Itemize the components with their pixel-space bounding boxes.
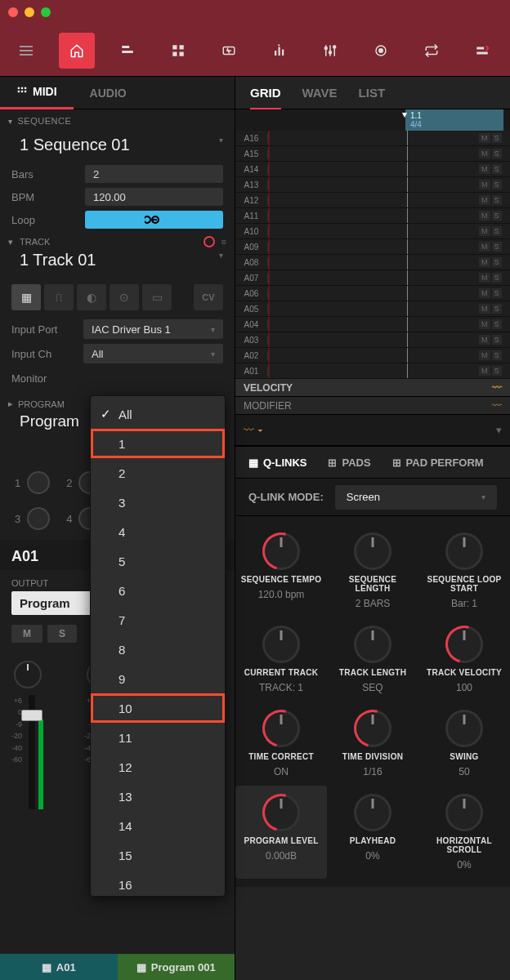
grid-row[interactable]: A07MS (235, 270, 510, 286)
grid-row[interactable]: A11MS (235, 208, 510, 224)
mute-cell[interactable]: M (479, 304, 490, 314)
home-button[interactable] (59, 33, 95, 69)
input-ch-select[interactable]: All▾ (83, 344, 223, 363)
tab-wave[interactable]: WAVE (302, 86, 338, 100)
qlink-knob-cell[interactable]: PLAYHEAD0% (327, 786, 418, 879)
tab-pads[interactable]: ⊞ PADS (328, 457, 370, 469)
close-window-button[interactable] (8, 7, 18, 17)
mute-cell[interactable]: M (479, 211, 490, 220)
grid-row[interactable]: A12MS (235, 193, 510, 208)
knob-icon[interactable] (354, 532, 391, 570)
dropdown-item[interactable]: 4 (91, 517, 225, 546)
dropdown-item[interactable]: 8 (91, 635, 225, 664)
dropdown-item[interactable]: 10 (91, 693, 225, 723)
solo-cell[interactable]: S (492, 133, 502, 143)
dropdown-item[interactable]: 12 (91, 752, 225, 782)
knob-icon[interactable] (354, 626, 391, 663)
sequence-name[interactable]: 1 Sequence 01 (20, 136, 130, 154)
mute-cell[interactable]: M (479, 335, 490, 345)
knob-icon[interactable] (354, 710, 391, 747)
grid-row[interactable]: A16MS (235, 131, 510, 146)
knob-icon[interactable] (262, 710, 300, 747)
solo-button[interactable]: S (47, 625, 77, 643)
solo-cell[interactable]: S (492, 319, 502, 329)
qlink-knob-cell[interactable]: SEQUENCE TEMPO120.0 bpm (235, 524, 327, 617)
timeline-ruler[interactable]: 1.14/4 (235, 109, 510, 131)
knob-icon[interactable] (445, 626, 483, 663)
caret-icon[interactable]: ▾ (219, 251, 223, 270)
minimize-window-button[interactable] (25, 7, 34, 17)
playhead-marker[interactable]: 1.14/4 (405, 109, 503, 131)
record-button[interactable] (363, 33, 399, 69)
pads-button[interactable] (160, 33, 196, 69)
tab-list[interactable]: LIST (359, 86, 386, 100)
mute-cell[interactable]: M (479, 288, 490, 298)
solo-cell[interactable]: S (492, 164, 502, 174)
knob-1[interactable] (27, 471, 50, 494)
bars-input[interactable]: 2 (85, 165, 223, 183)
mute-cell[interactable]: M (479, 226, 490, 236)
pan-knob[interactable] (14, 661, 42, 688)
grid-row[interactable]: A05MS (235, 301, 510, 317)
dropdown-item[interactable]: 6 (91, 576, 225, 605)
mute-cell[interactable]: M (479, 149, 490, 158)
solo-cell[interactable]: S (492, 257, 502, 267)
grid-row[interactable]: A08MS (235, 255, 510, 270)
track-type-cv-button[interactable]: CV (194, 284, 223, 310)
velocity-lane-header[interactable]: VELOCITY〰 (235, 379, 510, 397)
automation-lane[interactable]: 〰 ▾▾ (235, 415, 510, 446)
mute-cell[interactable]: M (479, 257, 490, 267)
knob-icon[interactable] (262, 626, 300, 663)
loop-button[interactable] (414, 33, 450, 69)
qlink-knob-cell[interactable]: PROGRAM LEVEL0.00dB (235, 786, 327, 879)
loop-toggle[interactable] (85, 211, 223, 229)
solo-cell[interactable]: S (492, 149, 502, 158)
bpm-input[interactable]: 120.00 (85, 188, 223, 206)
solo-cell[interactable]: S (492, 180, 502, 189)
tab-grid[interactable]: GRID (250, 86, 281, 110)
tab-padperform[interactable]: ⊞ PAD PERFORM (392, 457, 484, 469)
sampler-button[interactable] (211, 33, 247, 69)
dropdown-item[interactable]: 7 (91, 605, 225, 635)
knob-3[interactable] (27, 507, 50, 530)
grid-row[interactable]: A14MS (235, 162, 510, 177)
sequence-header[interactable]: ▾SEQUENCE (0, 109, 235, 132)
grid-row[interactable]: A03MS (235, 332, 510, 348)
qlink-knob-cell[interactable]: TIME CORRECTON (235, 702, 327, 786)
dropdown-item[interactable]: 11 (91, 723, 225, 752)
dropdown-item[interactable]: 16 (91, 870, 225, 897)
qlink-knob-cell[interactable]: SWING50 (418, 702, 510, 786)
chevron-down-icon[interactable]: ▾ (496, 424, 502, 436)
track-type-plugin-button[interactable]: ◐ (77, 284, 106, 310)
dropdown-item[interactable]: 15 (91, 840, 225, 870)
solo-cell[interactable]: S (492, 366, 502, 376)
grid-row[interactable]: A15MS (235, 146, 510, 162)
qlink-knob-cell[interactable]: TRACK LENGTHSEQ (327, 617, 418, 702)
grid-row[interactable]: A04MS (235, 317, 510, 332)
mute-cell[interactable]: M (479, 366, 490, 376)
caret-icon[interactable]: ▾ (219, 136, 223, 154)
mixer-button[interactable] (312, 33, 348, 69)
mute-cell[interactable]: M (479, 350, 490, 360)
grid-editor[interactable]: A16MSA15MSA14MSA13MSA12MSA11MSA10MSA09MS… (235, 131, 510, 379)
record-arm-icon[interactable] (204, 236, 215, 247)
mute-button[interactable]: M (11, 625, 42, 643)
solo-cell[interactable]: S (492, 350, 502, 360)
grid-row[interactable]: A06MS (235, 286, 510, 301)
tab-audio[interactable]: AUDIO (74, 77, 143, 109)
qlink-knob-cell[interactable]: SEQUENCE LENGTH2 BARS (327, 524, 418, 617)
knob-icon[interactable] (262, 532, 300, 570)
solo-cell[interactable]: S (492, 335, 502, 345)
mute-cell[interactable]: M (479, 319, 490, 329)
mute-cell[interactable]: M (479, 133, 490, 143)
track-header[interactable]: ▾TRACK≡ (0, 231, 235, 247)
tools-button[interactable] (464, 33, 500, 69)
grid-row[interactable]: A01MS (235, 363, 510, 379)
solo-cell[interactable]: S (492, 242, 502, 252)
track-type-drum-button[interactable]: ▦ (11, 284, 41, 310)
mute-cell[interactable]: M (479, 273, 490, 283)
maximize-window-button[interactable] (41, 7, 51, 17)
solo-cell[interactable]: S (492, 304, 502, 314)
mute-cell[interactable]: M (479, 195, 490, 205)
grid-row[interactable]: A02MS (235, 348, 510, 363)
